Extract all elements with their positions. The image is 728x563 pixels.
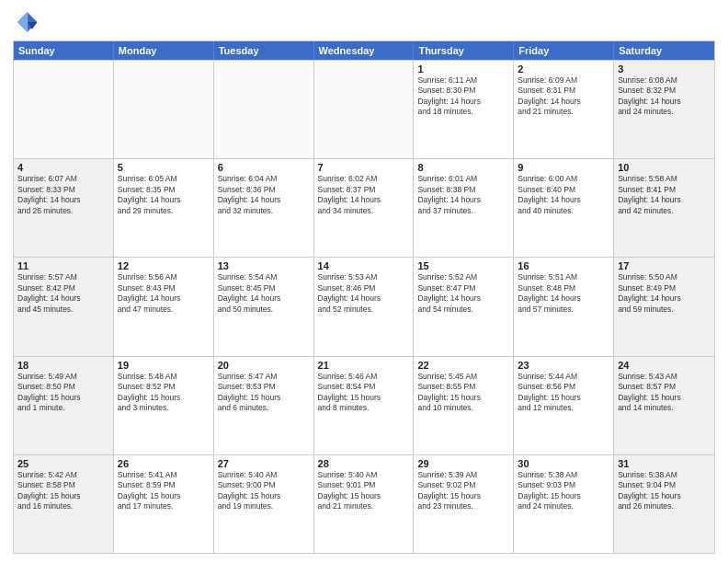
cell-text: Sunrise: 5:39 AM Sunset: 9:02 PM Dayligh…	[417, 470, 509, 512]
cell-text: Sunrise: 6:11 AM Sunset: 8:30 PM Dayligh…	[417, 75, 509, 118]
weekday-header: Friday	[514, 41, 614, 60]
cell-text: Sunrise: 5:40 AM Sunset: 9:00 PM Dayligh…	[218, 470, 310, 512]
calendar-cell: 19Sunrise: 5:48 AM Sunset: 8:52 PM Dayli…	[114, 357, 214, 454]
calendar-cell: 16Sunrise: 5:51 AM Sunset: 8:48 PM Dayli…	[514, 258, 614, 355]
day-number: 17	[618, 260, 711, 271]
weekday-header: Monday	[114, 41, 214, 60]
cell-text: Sunrise: 6:08 AM Sunset: 8:32 PM Dayligh…	[618, 75, 711, 118]
day-number: 13	[218, 260, 310, 271]
cell-text: Sunrise: 5:56 AM Sunset: 8:43 PM Dayligh…	[118, 272, 210, 315]
day-number: 29	[417, 458, 509, 469]
day-number: 18	[17, 360, 109, 371]
calendar-cell: 28Sunrise: 5:40 AM Sunset: 9:01 PM Dayli…	[314, 455, 415, 553]
calendar-cell: 21Sunrise: 5:46 AM Sunset: 8:54 PM Dayli…	[314, 357, 415, 454]
calendar-cell: 20Sunrise: 5:47 AM Sunset: 8:53 PM Dayli…	[214, 357, 314, 454]
cell-text: Sunrise: 6:00 AM Sunset: 8:40 PM Dayligh…	[518, 174, 609, 216]
calendar-cell: 4Sunrise: 6:07 AM Sunset: 8:33 PM Daylig…	[14, 159, 114, 257]
calendar: SundayMondayTuesdayWednesdayThursdayFrid…	[13, 40, 715, 554]
day-number: 23	[518, 360, 609, 371]
cell-text: Sunrise: 5:40 AM Sunset: 9:01 PM Dayligh…	[318, 470, 410, 512]
calendar-row: 4Sunrise: 6:07 AM Sunset: 8:33 PM Daylig…	[14, 158, 714, 257]
weekday-header: Sunday	[14, 41, 114, 60]
day-number: 8	[417, 162, 509, 173]
cell-text: Sunrise: 6:02 AM Sunset: 8:37 PM Dayligh…	[318, 174, 410, 216]
cell-text: Sunrise: 5:38 AM Sunset: 9:04 PM Dayligh…	[618, 470, 711, 512]
cell-text: Sunrise: 5:45 AM Sunset: 8:55 PM Dayligh…	[417, 372, 509, 414]
day-number: 3	[618, 63, 711, 75]
calendar-cell: 25Sunrise: 5:42 AM Sunset: 8:58 PM Dayli…	[14, 455, 114, 553]
cell-text: Sunrise: 6:09 AM Sunset: 8:31 PM Dayligh…	[518, 75, 609, 118]
calendar-cell: 17Sunrise: 5:50 AM Sunset: 8:49 PM Dayli…	[614, 258, 714, 355]
calendar-cell: 31Sunrise: 5:38 AM Sunset: 9:04 PM Dayli…	[614, 455, 714, 553]
calendar-cell: 22Sunrise: 5:45 AM Sunset: 8:55 PM Dayli…	[414, 357, 514, 454]
calendar-cell: 2Sunrise: 6:09 AM Sunset: 8:31 PM Daylig…	[514, 61, 614, 158]
calendar-row: 11Sunrise: 5:57 AM Sunset: 8:42 PM Dayli…	[14, 257, 714, 355]
cell-text: Sunrise: 6:01 AM Sunset: 8:38 PM Dayligh…	[417, 174, 509, 216]
day-number: 10	[618, 162, 711, 173]
cell-text: Sunrise: 5:57 AM Sunset: 8:42 PM Dayligh…	[17, 272, 109, 315]
calendar-header: SundayMondayTuesdayWednesdayThursdayFrid…	[14, 41, 714, 60]
calendar-cell: 5Sunrise: 6:05 AM Sunset: 8:35 PM Daylig…	[114, 159, 214, 257]
calendar-row: 18Sunrise: 5:49 AM Sunset: 8:50 PM Dayli…	[14, 356, 714, 454]
day-number: 12	[118, 260, 210, 271]
cell-text: Sunrise: 5:48 AM Sunset: 8:52 PM Dayligh…	[118, 372, 210, 414]
calendar-cell: 23Sunrise: 5:44 AM Sunset: 8:56 PM Dayli…	[514, 357, 614, 454]
cell-text: Sunrise: 5:53 AM Sunset: 8:46 PM Dayligh…	[318, 272, 410, 315]
svg-marker-1	[17, 12, 28, 32]
cell-text: Sunrise: 5:52 AM Sunset: 8:47 PM Dayligh…	[417, 272, 509, 315]
day-number: 14	[318, 260, 410, 271]
day-number: 26	[118, 458, 210, 469]
day-number: 31	[618, 458, 711, 469]
day-number: 9	[518, 162, 609, 173]
day-number: 7	[318, 162, 410, 173]
weekday-header: Tuesday	[214, 41, 314, 60]
calendar-cell: 9Sunrise: 6:00 AM Sunset: 8:40 PM Daylig…	[514, 159, 614, 257]
weekday-header: Saturday	[614, 41, 714, 60]
day-number: 11	[17, 260, 109, 271]
page: SundayMondayTuesdayWednesdayThursdayFrid…	[0, 0, 728, 563]
calendar-cell: 10Sunrise: 5:58 AM Sunset: 8:41 PM Dayli…	[614, 159, 714, 257]
cell-text: Sunrise: 5:41 AM Sunset: 8:59 PM Dayligh…	[118, 470, 210, 512]
calendar-cell: 8Sunrise: 6:01 AM Sunset: 8:38 PM Daylig…	[414, 159, 514, 257]
cell-text: Sunrise: 6:05 AM Sunset: 8:35 PM Dayligh…	[118, 174, 210, 216]
cell-text: Sunrise: 5:47 AM Sunset: 8:53 PM Dayligh…	[218, 372, 310, 414]
cell-text: Sunrise: 5:58 AM Sunset: 8:41 PM Dayligh…	[618, 174, 711, 216]
calendar-cell: 27Sunrise: 5:40 AM Sunset: 9:00 PM Dayli…	[214, 455, 314, 553]
calendar-cell: 1Sunrise: 6:11 AM Sunset: 8:30 PM Daylig…	[414, 61, 514, 158]
calendar-cell	[214, 61, 314, 158]
calendar-row: 25Sunrise: 5:42 AM Sunset: 8:58 PM Dayli…	[14, 454, 714, 553]
day-number: 25	[17, 458, 109, 469]
calendar-body: 1Sunrise: 6:11 AM Sunset: 8:30 PM Daylig…	[14, 60, 714, 553]
calendar-cell: 3Sunrise: 6:08 AM Sunset: 8:32 PM Daylig…	[614, 61, 714, 158]
day-number: 2	[518, 63, 609, 75]
logo	[13, 9, 42, 35]
calendar-cell	[114, 61, 214, 158]
cell-text: Sunrise: 5:49 AM Sunset: 8:50 PM Dayligh…	[17, 372, 109, 414]
day-number: 20	[218, 360, 310, 371]
day-number: 22	[417, 360, 509, 371]
day-number: 6	[218, 162, 310, 173]
cell-text: Sunrise: 5:50 AM Sunset: 8:49 PM Dayligh…	[618, 272, 711, 315]
day-number: 4	[17, 162, 109, 173]
day-number: 24	[618, 360, 711, 371]
day-number: 16	[518, 260, 609, 271]
calendar-cell: 6Sunrise: 6:04 AM Sunset: 8:36 PM Daylig…	[214, 159, 314, 257]
calendar-cell: 24Sunrise: 5:43 AM Sunset: 8:57 PM Dayli…	[614, 357, 714, 454]
calendar-cell: 30Sunrise: 5:38 AM Sunset: 9:03 PM Dayli…	[514, 455, 614, 553]
day-number: 27	[218, 458, 310, 469]
calendar-cell: 13Sunrise: 5:54 AM Sunset: 8:45 PM Dayli…	[214, 258, 314, 355]
day-number: 21	[318, 360, 410, 371]
cell-text: Sunrise: 5:46 AM Sunset: 8:54 PM Dayligh…	[318, 372, 410, 414]
cell-text: Sunrise: 6:04 AM Sunset: 8:36 PM Dayligh…	[218, 174, 310, 216]
cell-text: Sunrise: 6:07 AM Sunset: 8:33 PM Dayligh…	[17, 174, 109, 216]
day-number: 15	[417, 260, 509, 271]
day-number: 1	[417, 63, 509, 75]
cell-text: Sunrise: 5:43 AM Sunset: 8:57 PM Dayligh…	[618, 372, 711, 414]
calendar-cell: 15Sunrise: 5:52 AM Sunset: 8:47 PM Dayli…	[414, 258, 514, 355]
calendar-cell: 29Sunrise: 5:39 AM Sunset: 9:02 PM Dayli…	[414, 455, 514, 553]
cell-text: Sunrise: 5:51 AM Sunset: 8:48 PM Dayligh…	[518, 272, 609, 315]
day-number: 19	[118, 360, 210, 371]
logo-icon	[13, 9, 39, 35]
calendar-cell: 7Sunrise: 6:02 AM Sunset: 8:37 PM Daylig…	[314, 159, 415, 257]
calendar-cell: 18Sunrise: 5:49 AM Sunset: 8:50 PM Dayli…	[14, 357, 114, 454]
